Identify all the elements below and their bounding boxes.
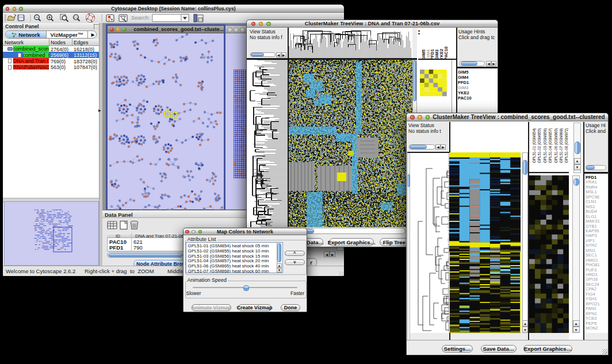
svg-text:Search:: Search: [131, 14, 150, 21]
